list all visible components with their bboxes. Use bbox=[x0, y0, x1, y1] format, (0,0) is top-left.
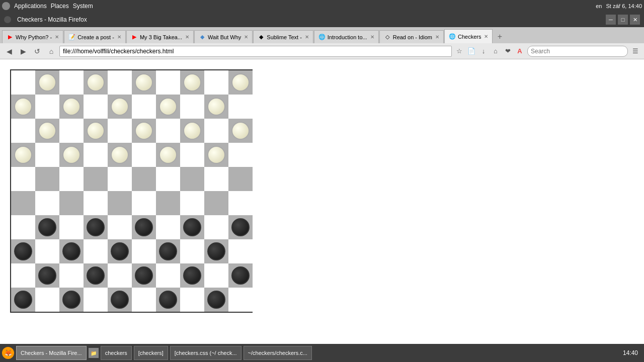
tab-create-post[interactable]: 📝 Create a post - ✕ bbox=[64, 30, 126, 43]
download-icon[interactable]: ↓ bbox=[478, 46, 489, 57]
cell-1-1[interactable] bbox=[35, 95, 59, 119]
cell-8-1[interactable] bbox=[35, 263, 59, 288]
dark-piece[interactable] bbox=[135, 266, 153, 285]
light-piece[interactable] bbox=[62, 98, 80, 116]
dark-piece[interactable] bbox=[207, 242, 225, 260]
cell-4-6[interactable] bbox=[156, 167, 180, 191]
applications-menu[interactable]: Applications bbox=[14, 3, 47, 10]
dark-piece[interactable] bbox=[159, 291, 177, 309]
dark-piece[interactable] bbox=[111, 291, 129, 309]
cell-1-2[interactable] bbox=[59, 95, 84, 119]
cell-5-1[interactable] bbox=[35, 191, 59, 215]
reload-button[interactable]: ↺ bbox=[31, 45, 43, 57]
cell-7-6[interactable] bbox=[156, 239, 180, 263]
cell-1-8[interactable] bbox=[204, 95, 228, 119]
cell-0-7[interactable] bbox=[180, 70, 204, 95]
cell-5-2[interactable] bbox=[59, 191, 84, 215]
dark-piece[interactable] bbox=[14, 291, 32, 309]
cell-5-8[interactable] bbox=[204, 191, 228, 215]
cell-2-4[interactable] bbox=[108, 119, 132, 143]
cell-7-9[interactable] bbox=[228, 239, 253, 263]
cell-3-2[interactable] bbox=[59, 143, 84, 167]
tab-checkers[interactable]: 🌐 Checkers ✕ bbox=[444, 29, 493, 43]
light-piece[interactable] bbox=[62, 146, 80, 164]
cell-4-4[interactable] bbox=[108, 167, 132, 191]
cell-1-5[interactable] bbox=[132, 95, 156, 119]
taskbar-checkers-folder[interactable]: checkers bbox=[101, 346, 132, 360]
taskbar-checkers-c[interactable]: ~/checkers/checkers.c... bbox=[244, 346, 312, 360]
cell-9-1[interactable] bbox=[35, 288, 59, 312]
cell-4-8[interactable] bbox=[204, 167, 228, 191]
cell-3-1[interactable] bbox=[35, 143, 59, 167]
cell-9-2[interactable] bbox=[59, 288, 84, 312]
dark-piece[interactable] bbox=[38, 218, 56, 236]
light-piece[interactable] bbox=[38, 73, 56, 92]
cell-3-8[interactable] bbox=[204, 143, 228, 167]
cell-3-5[interactable] bbox=[132, 143, 156, 167]
cell-5-7[interactable] bbox=[180, 191, 204, 215]
cell-8-3[interactable] bbox=[84, 263, 108, 288]
taskbar-checkers-css[interactable]: [checkers.css (~/ check... bbox=[170, 346, 242, 360]
cell-0-8[interactable] bbox=[204, 70, 228, 95]
cell-6-8[interactable] bbox=[204, 215, 228, 239]
cell-6-2[interactable] bbox=[59, 215, 84, 239]
dark-piece[interactable] bbox=[38, 266, 56, 285]
tab-close-wait-but-why[interactable]: ✕ bbox=[244, 34, 248, 40]
cell-0-4[interactable] bbox=[108, 70, 132, 95]
cell-9-4[interactable] bbox=[108, 288, 132, 312]
cell-5-0[interactable] bbox=[11, 191, 35, 215]
maximize-button[interactable]: □ bbox=[618, 15, 628, 25]
cell-8-6[interactable] bbox=[156, 263, 180, 288]
cell-9-9[interactable] bbox=[228, 288, 253, 312]
cell-1-0[interactable] bbox=[11, 95, 35, 119]
reader-icon[interactable]: 📄 bbox=[466, 46, 477, 57]
light-piece[interactable] bbox=[111, 146, 129, 164]
tab-sublime[interactable]: ◆ Sublime Text - ✕ bbox=[253, 30, 313, 43]
light-piece[interactable] bbox=[135, 73, 153, 92]
cell-9-8[interactable] bbox=[204, 288, 228, 312]
cell-1-3[interactable] bbox=[84, 95, 108, 119]
tab-close-create-post[interactable]: ✕ bbox=[117, 34, 121, 40]
cell-8-9[interactable] bbox=[228, 263, 253, 288]
home2-icon[interactable]: ⌂ bbox=[490, 46, 501, 57]
cell-2-8[interactable] bbox=[204, 119, 228, 143]
tab-wait-but-why[interactable]: ◆ Wait But Why ✕ bbox=[194, 30, 253, 43]
back-button[interactable]: ◀ bbox=[3, 45, 15, 57]
cell-8-4[interactable] bbox=[108, 263, 132, 288]
cell-7-2[interactable] bbox=[59, 239, 84, 263]
dark-piece[interactable] bbox=[62, 291, 80, 309]
cell-8-5[interactable] bbox=[132, 263, 156, 288]
light-piece[interactable] bbox=[135, 122, 153, 140]
cell-3-6[interactable] bbox=[156, 143, 180, 167]
dark-piece[interactable] bbox=[87, 266, 105, 285]
system-menu[interactable]: System bbox=[73, 3, 93, 10]
bookmark2-icon[interactable]: ❤ bbox=[502, 46, 513, 57]
cell-4-7[interactable] bbox=[180, 167, 204, 191]
cell-5-9[interactable] bbox=[228, 191, 253, 215]
cell-1-9[interactable] bbox=[228, 95, 253, 119]
dark-piece[interactable] bbox=[62, 242, 80, 260]
cell-0-9[interactable] bbox=[228, 70, 253, 95]
cell-9-3[interactable] bbox=[84, 288, 108, 312]
dark-piece[interactable] bbox=[183, 218, 201, 236]
cell-9-6[interactable] bbox=[156, 288, 180, 312]
cell-4-1[interactable] bbox=[35, 167, 59, 191]
cell-8-8[interactable] bbox=[204, 263, 228, 288]
cell-7-3[interactable] bbox=[84, 239, 108, 263]
forward-button[interactable]: ▶ bbox=[17, 45, 29, 57]
cell-4-9[interactable] bbox=[228, 167, 253, 191]
cell-0-5[interactable] bbox=[132, 70, 156, 95]
cell-0-0[interactable] bbox=[11, 70, 35, 95]
adblock-icon[interactable]: A bbox=[514, 46, 525, 57]
search-input[interactable] bbox=[527, 46, 628, 57]
dark-piece[interactable] bbox=[111, 242, 129, 260]
address-bar[interactable] bbox=[59, 46, 452, 57]
cell-2-0[interactable] bbox=[11, 119, 35, 143]
light-piece[interactable] bbox=[183, 122, 201, 140]
cell-6-0[interactable] bbox=[11, 215, 35, 239]
cell-1-7[interactable] bbox=[180, 95, 204, 119]
new-tab-button[interactable]: + bbox=[493, 30, 506, 43]
dark-piece[interactable] bbox=[135, 218, 153, 236]
cell-6-1[interactable] bbox=[35, 215, 59, 239]
light-piece[interactable] bbox=[159, 98, 177, 116]
